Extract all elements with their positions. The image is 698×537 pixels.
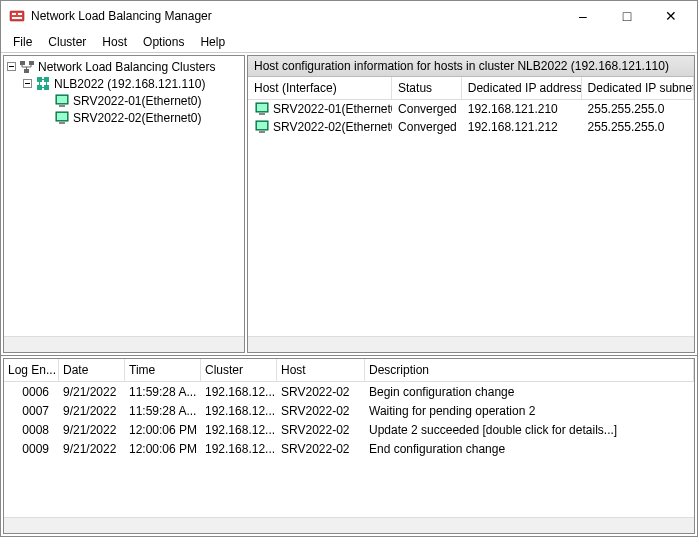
- tree-pane: Network Load Balancing Clusters NLB2022 …: [3, 55, 245, 353]
- svg-rect-16: [44, 77, 49, 82]
- host-row[interactable]: SRV2022-02(Ethernet0) Converged 192.168.…: [248, 118, 694, 136]
- cell-subnet: 255.255.255.0: [582, 101, 694, 117]
- cell-cluster: 192.168.12...: [201, 384, 277, 400]
- detail-pane: Host configuration information for hosts…: [247, 55, 695, 353]
- log-scrollbar[interactable]: [4, 517, 694, 533]
- server-icon: [254, 119, 270, 135]
- col-status[interactable]: Status: [392, 77, 462, 99]
- close-button[interactable]: ✕: [649, 1, 693, 31]
- cell-host: SRV2022-02: [277, 384, 365, 400]
- maximize-button[interactable]: □: [605, 1, 649, 31]
- svg-rect-24: [57, 96, 67, 103]
- cell-subnet: 255.255.255.0: [582, 119, 694, 135]
- main-area: Network Load Balancing Clusters NLB2022 …: [1, 53, 697, 356]
- svg-rect-18: [44, 85, 49, 90]
- svg-rect-30: [257, 104, 267, 111]
- cell-host: SRV2022-02: [277, 441, 365, 457]
- svg-rect-0: [10, 11, 24, 21]
- cell-time: 12:00:06 PM: [125, 441, 201, 457]
- cell-cluster: 192.168.12...: [201, 441, 277, 457]
- svg-rect-15: [37, 77, 42, 82]
- log-row[interactable]: 00089/21/202212:00:06 PM192.168.12...SRV…: [4, 420, 694, 439]
- menu-help[interactable]: Help: [192, 33, 233, 51]
- cell-host: SRV2022-02: [277, 422, 365, 438]
- detail-header: Host configuration information for hosts…: [248, 56, 694, 77]
- col-cluster[interactable]: Cluster: [201, 359, 277, 381]
- tree-host-2-label: SRV2022-02(Ethernet0): [73, 111, 202, 125]
- host-grid-header: Host (Interface) Status Dedicated IP add…: [248, 77, 694, 100]
- tree-scrollbar[interactable]: [4, 336, 244, 352]
- tree-cluster-label: NLB2022 (192.168.121.110): [54, 77, 205, 91]
- host-row[interactable]: SRV2022-01(Ethernet0) Converged 192.168.…: [248, 100, 694, 118]
- tree-cluster[interactable]: NLB2022 (192.168.121.110): [6, 75, 242, 92]
- cell-host: SRV2022-02: [277, 403, 365, 419]
- svg-rect-7: [29, 61, 34, 65]
- cell-entry: 0006: [4, 384, 59, 400]
- cell-date: 9/21/2022: [59, 384, 125, 400]
- cell-entry: 0008: [4, 422, 59, 438]
- server-icon: [54, 93, 70, 109]
- cell-date: 9/21/2022: [59, 422, 125, 438]
- menu-host[interactable]: Host: [94, 33, 135, 51]
- tree-host-2[interactable]: SRV2022-02(Ethernet0): [6, 109, 242, 126]
- svg-rect-2: [18, 13, 22, 15]
- cell-interface-text: SRV2022-02(Ethernet0): [273, 120, 392, 134]
- cluster-tree[interactable]: Network Load Balancing Clusters NLB2022 …: [4, 56, 244, 336]
- menu-cluster[interactable]: Cluster: [40, 33, 94, 51]
- tree-root-label: Network Load Balancing Clusters: [38, 60, 215, 74]
- svg-rect-27: [57, 113, 67, 120]
- log-row[interactable]: 00099/21/202212:00:06 PM192.168.12...SRV…: [4, 439, 694, 458]
- log-row[interactable]: 00069/21/202211:59:28 A...192.168.12...S…: [4, 382, 694, 401]
- minimize-button[interactable]: –: [561, 1, 605, 31]
- svg-rect-31: [259, 113, 265, 115]
- cell-desc: End configuration change: [365, 441, 694, 457]
- cell-time: 12:00:06 PM: [125, 422, 201, 438]
- clusters-icon: [19, 59, 35, 75]
- cell-interface: SRV2022-02(Ethernet0): [248, 118, 392, 136]
- col-time[interactable]: Time: [125, 359, 201, 381]
- menu-file[interactable]: File: [5, 33, 40, 51]
- cell-entry: 0009: [4, 441, 59, 457]
- svg-rect-1: [12, 13, 16, 15]
- col-dip[interactable]: Dedicated IP address: [462, 77, 582, 99]
- log-body: 00069/21/202211:59:28 A...192.168.12...S…: [4, 382, 694, 517]
- host-grid-body: SRV2022-01(Ethernet0) Converged 192.168.…: [248, 100, 694, 136]
- menu-options[interactable]: Options: [135, 33, 192, 51]
- cell-cluster: 192.168.12...: [201, 403, 277, 419]
- detail-scrollbar[interactable]: [248, 336, 694, 352]
- cell-dip: 192.168.121.212: [462, 119, 582, 135]
- cell-entry: 0007: [4, 403, 59, 419]
- svg-rect-17: [37, 85, 42, 90]
- col-interface[interactable]: Host (Interface): [248, 77, 392, 99]
- cell-date: 9/21/2022: [59, 403, 125, 419]
- cell-date: 9/21/2022: [59, 441, 125, 457]
- svg-rect-28: [59, 122, 65, 124]
- menubar: File Cluster Host Options Help: [1, 31, 697, 53]
- log-pane: Log En... Date Time Cluster Host Descrip…: [3, 358, 695, 534]
- cell-interface-text: SRV2022-01(Ethernet0): [273, 102, 392, 116]
- app-icon: [9, 8, 25, 24]
- cell-desc: Update 2 succeeded [double click for det…: [365, 422, 694, 438]
- cell-cluster: 192.168.12...: [201, 422, 277, 438]
- server-icon: [54, 110, 70, 126]
- col-description[interactable]: Description: [365, 359, 694, 381]
- tree-host-1[interactable]: SRV2022-01(Ethernet0): [6, 92, 242, 109]
- cluster-icon: [35, 76, 51, 92]
- svg-rect-6: [20, 61, 25, 65]
- svg-rect-25: [59, 105, 65, 107]
- collapse-icon[interactable]: [6, 61, 17, 72]
- col-host[interactable]: Host: [277, 359, 365, 381]
- col-subnet[interactable]: Dedicated IP subnet m: [582, 77, 694, 99]
- svg-rect-33: [257, 122, 267, 129]
- svg-rect-34: [259, 131, 265, 133]
- cell-time: 11:59:28 A...: [125, 384, 201, 400]
- tree-root[interactable]: Network Load Balancing Clusters: [6, 58, 242, 75]
- collapse-icon[interactable]: [22, 78, 33, 89]
- host-grid[interactable]: Host (Interface) Status Dedicated IP add…: [248, 77, 694, 336]
- server-icon: [254, 101, 270, 117]
- col-log-entry[interactable]: Log En...: [4, 359, 59, 381]
- cell-status: Converged: [392, 101, 462, 117]
- cell-desc: Waiting for pending operation 2: [365, 403, 694, 419]
- log-row[interactable]: 00079/21/202211:59:28 A...192.168.12...S…: [4, 401, 694, 420]
- col-date[interactable]: Date: [59, 359, 125, 381]
